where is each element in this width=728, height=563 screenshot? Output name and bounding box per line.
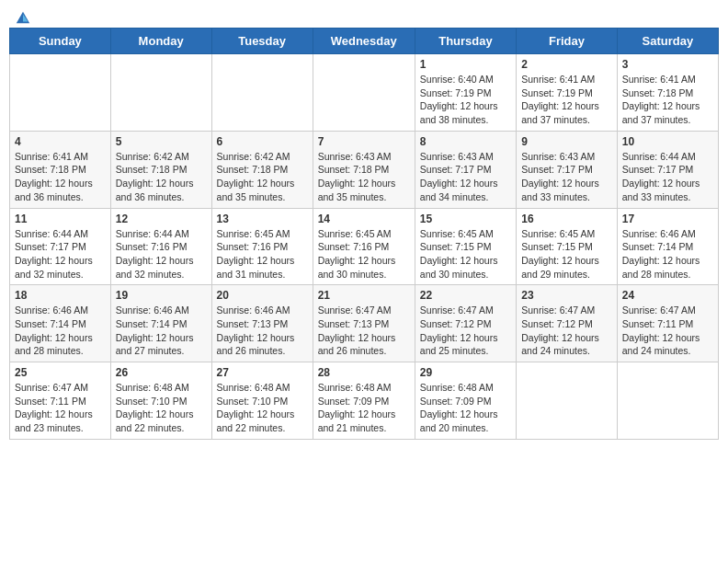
day-number: 15 [420,213,511,225]
weekday-header-thursday: Thursday [415,29,516,54]
day-number: 29 [420,366,511,379]
day-info: Sunrise: 6:42 AM Sunset: 7:18 PM Dayligh… [116,150,207,204]
day-number: 17 [622,213,713,225]
day-number: 5 [116,135,207,148]
calendar-cell: 23Sunrise: 6:47 AM Sunset: 7:12 PM Dayli… [517,285,618,362]
day-info: Sunrise: 6:48 AM Sunset: 7:09 PM Dayligh… [420,381,511,435]
day-info: Sunrise: 6:45 AM Sunset: 7:15 PM Dayligh… [521,227,612,282]
calendar-cell: 1Sunrise: 6:40 AM Sunset: 7:19 PM Daylig… [415,54,516,132]
page-header [9,9,719,20]
day-info: Sunrise: 6:47 AM Sunset: 7:11 PM Dayligh… [622,304,713,358]
day-info: Sunrise: 6:47 AM Sunset: 7:11 PM Dayligh… [15,381,106,435]
calendar-cell [10,54,111,132]
day-info: Sunrise: 6:47 AM Sunset: 7:13 PM Dayligh… [318,304,410,358]
calendar-cell: 5Sunrise: 6:42 AM Sunset: 7:18 PM Daylig… [110,131,211,208]
day-info: Sunrise: 6:44 AM Sunset: 7:17 PM Dayligh… [622,150,713,204]
calendar-cell: 18Sunrise: 6:46 AM Sunset: 7:14 PM Dayli… [10,285,111,362]
calendar-cell [110,54,211,132]
calendar-cell: 15Sunrise: 6:45 AM Sunset: 7:15 PM Dayli… [415,208,516,285]
calendar-cell [517,362,618,440]
day-number: 14 [318,213,410,225]
day-info: Sunrise: 6:43 AM Sunset: 7:17 PM Dayligh… [521,150,612,204]
weekday-header-saturday: Saturday [617,29,718,54]
day-info: Sunrise: 6:46 AM Sunset: 7:14 PM Dayligh… [116,304,207,358]
calendar-cell: 16Sunrise: 6:45 AM Sunset: 7:15 PM Dayli… [517,208,618,285]
day-info: Sunrise: 6:47 AM Sunset: 7:12 PM Dayligh… [521,304,612,358]
calendar-cell: 22Sunrise: 6:47 AM Sunset: 7:12 PM Dayli… [415,285,516,362]
day-info: Sunrise: 6:48 AM Sunset: 7:10 PM Dayligh… [116,381,207,435]
day-number: 7 [318,135,410,148]
day-info: Sunrise: 6:46 AM Sunset: 7:14 PM Dayligh… [622,227,713,282]
weekday-header-row: SundayMondayTuesdayWednesdayThursdayFrid… [10,29,719,54]
day-info: Sunrise: 6:44 AM Sunset: 7:17 PM Dayligh… [15,227,106,282]
calendar-cell: 20Sunrise: 6:46 AM Sunset: 7:13 PM Dayli… [211,285,313,362]
week-row-4: 18Sunrise: 6:46 AM Sunset: 7:14 PM Dayli… [10,285,719,362]
calendar-cell: 7Sunrise: 6:43 AM Sunset: 7:18 PM Daylig… [313,131,415,208]
day-number: 20 [217,289,308,302]
day-info: Sunrise: 6:41 AM Sunset: 7:18 PM Dayligh… [622,73,713,127]
calendar-cell [617,362,718,440]
day-number: 3 [622,58,713,71]
day-info: Sunrise: 6:42 AM Sunset: 7:18 PM Dayligh… [217,150,308,204]
calendar-cell: 11Sunrise: 6:44 AM Sunset: 7:17 PM Dayli… [10,208,111,285]
day-info: Sunrise: 6:46 AM Sunset: 7:13 PM Dayligh… [217,304,308,358]
calendar-cell: 8Sunrise: 6:43 AM Sunset: 7:17 PM Daylig… [415,131,516,208]
day-info: Sunrise: 6:47 AM Sunset: 7:12 PM Dayligh… [420,304,511,358]
calendar-cell: 27Sunrise: 6:48 AM Sunset: 7:10 PM Dayli… [211,362,313,440]
calendar-cell: 19Sunrise: 6:46 AM Sunset: 7:14 PM Dayli… [110,285,211,362]
calendar-cell: 26Sunrise: 6:48 AM Sunset: 7:10 PM Dayli… [110,362,211,440]
logo [13,9,31,20]
weekday-header-monday: Monday [110,29,211,54]
day-number: 18 [15,289,106,302]
day-number: 24 [622,289,713,302]
day-number: 10 [622,135,713,148]
calendar-cell: 4Sunrise: 6:41 AM Sunset: 7:18 PM Daylig… [10,131,111,208]
calendar-table: SundayMondayTuesdayWednesdayThursdayFrid… [9,28,719,440]
calendar-cell: 13Sunrise: 6:45 AM Sunset: 7:16 PM Dayli… [211,208,313,285]
day-number: 27 [217,366,308,379]
week-row-3: 11Sunrise: 6:44 AM Sunset: 7:17 PM Dayli… [10,208,719,285]
day-number: 2 [521,58,612,71]
day-info: Sunrise: 6:44 AM Sunset: 7:16 PM Dayligh… [116,227,207,282]
day-number: 8 [420,135,511,148]
day-number: 13 [217,213,308,225]
calendar-cell: 12Sunrise: 6:44 AM Sunset: 7:16 PM Dayli… [110,208,211,285]
day-number: 21 [318,289,410,302]
calendar-cell: 24Sunrise: 6:47 AM Sunset: 7:11 PM Dayli… [617,285,718,362]
day-number: 26 [116,366,207,379]
week-row-5: 25Sunrise: 6:47 AM Sunset: 7:11 PM Dayli… [10,362,719,440]
logo-icon [15,9,31,26]
weekday-header-friday: Friday [517,29,618,54]
day-number: 11 [15,213,106,225]
calendar-cell [211,54,313,132]
week-row-2: 4Sunrise: 6:41 AM Sunset: 7:18 PM Daylig… [10,131,719,208]
day-info: Sunrise: 6:45 AM Sunset: 7:15 PM Dayligh… [420,227,511,282]
day-number: 25 [15,366,106,379]
day-info: Sunrise: 6:43 AM Sunset: 7:17 PM Dayligh… [420,150,511,204]
week-row-1: 1Sunrise: 6:40 AM Sunset: 7:19 PM Daylig… [10,54,719,132]
calendar-cell: 6Sunrise: 6:42 AM Sunset: 7:18 PM Daylig… [211,131,313,208]
weekday-header-wednesday: Wednesday [313,29,415,54]
calendar-cell: 28Sunrise: 6:48 AM Sunset: 7:09 PM Dayli… [313,362,415,440]
day-info: Sunrise: 6:40 AM Sunset: 7:19 PM Dayligh… [420,73,511,127]
day-info: Sunrise: 6:43 AM Sunset: 7:18 PM Dayligh… [318,150,410,204]
day-number: 19 [116,289,207,302]
day-number: 6 [217,135,308,148]
calendar-cell: 21Sunrise: 6:47 AM Sunset: 7:13 PM Dayli… [313,285,415,362]
weekday-header-sunday: Sunday [10,29,111,54]
calendar-cell: 25Sunrise: 6:47 AM Sunset: 7:11 PM Dayli… [10,362,111,440]
day-number: 12 [116,213,207,225]
weekday-header-tuesday: Tuesday [211,29,313,54]
calendar-cell: 2Sunrise: 6:41 AM Sunset: 7:19 PM Daylig… [517,54,618,132]
day-info: Sunrise: 6:46 AM Sunset: 7:14 PM Dayligh… [15,304,106,358]
day-number: 4 [15,135,106,148]
calendar-cell: 3Sunrise: 6:41 AM Sunset: 7:18 PM Daylig… [617,54,718,132]
day-number: 16 [521,213,612,225]
calendar-cell: 14Sunrise: 6:45 AM Sunset: 7:16 PM Dayli… [313,208,415,285]
calendar-cell: 9Sunrise: 6:43 AM Sunset: 7:17 PM Daylig… [517,131,618,208]
day-number: 1 [420,58,511,71]
day-info: Sunrise: 6:45 AM Sunset: 7:16 PM Dayligh… [217,227,308,282]
calendar-cell: 29Sunrise: 6:48 AM Sunset: 7:09 PM Dayli… [415,362,516,440]
day-info: Sunrise: 6:41 AM Sunset: 7:19 PM Dayligh… [521,73,612,127]
day-info: Sunrise: 6:48 AM Sunset: 7:09 PM Dayligh… [318,381,410,435]
